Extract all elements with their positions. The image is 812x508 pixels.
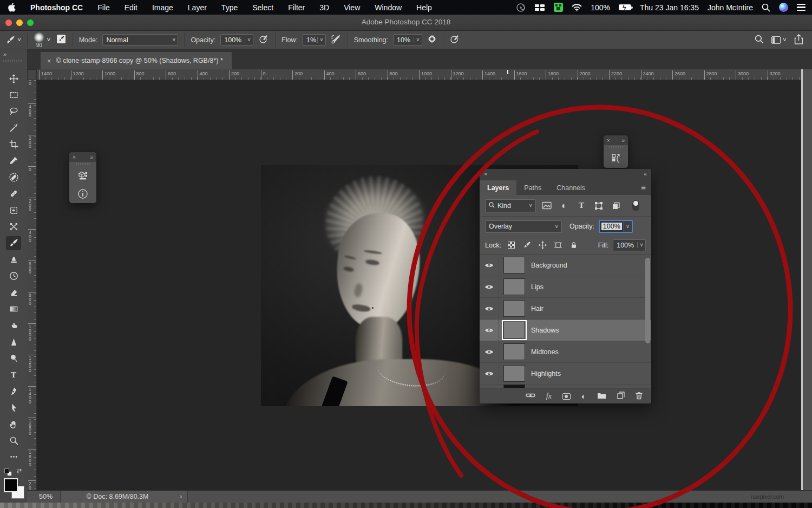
- workspace-switcher[interactable]: ˅: [771, 36, 787, 44]
- hand-tool[interactable]: [6, 417, 21, 431]
- brush-preset-picker[interactable]: 90 ˅: [34, 32, 50, 48]
- document-tab[interactable]: × © clone-stamp-8966 copy @ 50% (Shadows…: [41, 52, 232, 69]
- patch-tool[interactable]: [6, 203, 21, 217]
- menu-item-window[interactable]: Window: [375, 3, 402, 12]
- smudge-tool[interactable]: [6, 318, 21, 333]
- filter-type-layers-icon[interactable]: T: [575, 201, 588, 210]
- lock-image-icon[interactable]: [521, 241, 533, 249]
- move-tool[interactable]: [6, 71, 21, 86]
- green-app-menu-icon[interactable]: [554, 3, 563, 12]
- smoothing-options-gear-button[interactable]: [427, 34, 437, 45]
- zoom-tool[interactable]: [6, 434, 21, 448]
- layer-row[interactable]: Hair: [480, 298, 651, 320]
- layers-panel-collapse-icon[interactable]: «: [644, 171, 647, 177]
- content-aware-move-tool[interactable]: [6, 220, 21, 234]
- type-tool[interactable]: T: [6, 368, 21, 382]
- crop-tool[interactable]: [6, 138, 21, 152]
- layer-thumbnail[interactable]: [503, 343, 525, 360]
- tool-preset-picker[interactable]: ˅: [5, 35, 21, 45]
- visibility-eye-icon[interactable]: [480, 320, 499, 341]
- blend-mode-select[interactable]: Overlay ˅: [485, 220, 562, 233]
- eraser-tool[interactable]: [6, 285, 21, 299]
- layer-thumbnail[interactable]: [503, 278, 525, 295]
- swap-colors-icon[interactable]: ⇄: [17, 467, 22, 474]
- properties-panel-icon[interactable]: [69, 166, 96, 185]
- lock-position-icon[interactable]: [537, 241, 548, 249]
- clone-stamp-tool[interactable]: [6, 252, 21, 266]
- layer-thumbnail[interactable]: [503, 300, 525, 317]
- visibility-eye-icon[interactable]: [480, 341, 499, 362]
- toolbar-collapse-header[interactable]: »: [0, 49, 27, 69]
- lock-artboard-icon[interactable]: [553, 241, 564, 249]
- new-group-icon[interactable]: [597, 392, 606, 401]
- panel-expand-icon[interactable]: »: [621, 138, 625, 144]
- toggle-brush-panel-button[interactable]: [56, 34, 67, 46]
- layer-filter-kind-select[interactable]: Kind ˅: [485, 199, 536, 212]
- menu-item-3d[interactable]: 3D: [319, 3, 329, 12]
- tab-paths[interactable]: Paths: [516, 180, 549, 195]
- sharpen-tool[interactable]: [6, 335, 21, 349]
- wifi-icon[interactable]: [572, 4, 582, 11]
- stack-menu-icon[interactable]: [534, 3, 545, 12]
- battery-icon[interactable]: ϟ: [619, 4, 631, 10]
- visibility-eye-icon[interactable]: [480, 363, 499, 384]
- history-panel-icon[interactable]: [604, 149, 628, 168]
- add-layer-mask-icon[interactable]: [562, 393, 571, 400]
- history-brush-tool[interactable]: [6, 269, 21, 283]
- visibility-eye-icon[interactable]: [480, 298, 499, 319]
- panel-close-icon[interactable]: ×: [73, 154, 76, 160]
- mode-select[interactable]: Normal ˅: [102, 34, 178, 45]
- edit-toolbar-ellipsis[interactable]: [6, 450, 21, 464]
- dodge-tool[interactable]: [6, 351, 21, 366]
- layers-scrollbar-thumb[interactable]: [645, 258, 650, 343]
- layer-thumbnail[interactable]: [503, 365, 525, 382]
- layer-style-fx-icon[interactable]: fx: [546, 392, 552, 401]
- menu-item-edit[interactable]: Edit: [125, 3, 137, 12]
- panel-close-icon[interactable]: ×: [607, 138, 610, 144]
- menu-item-select[interactable]: Select: [252, 3, 273, 12]
- tab-close-icon[interactable]: ×: [47, 57, 51, 65]
- menu-item-filter[interactable]: Filter: [288, 3, 305, 12]
- menu-item-layer[interactable]: Layer: [188, 3, 207, 12]
- layer-row-selected[interactable]: Shadows: [480, 320, 651, 341]
- path-selection-tool[interactable]: [6, 401, 21, 415]
- canvas-pasteboard[interactable]: [37, 80, 801, 490]
- lasso-tool[interactable]: [6, 105, 21, 119]
- visibility-eye-icon[interactable]: [480, 276, 499, 297]
- menu-item-help[interactable]: Help: [416, 3, 432, 12]
- opacity-dropdown-icon[interactable]: ˅: [624, 221, 632, 232]
- delete-layer-trash-icon[interactable]: [636, 392, 643, 401]
- new-layer-icon[interactable]: [617, 392, 625, 401]
- layer-row[interactable]: Background: [480, 255, 651, 276]
- new-adjustment-layer-icon[interactable]: ◐: [581, 392, 586, 401]
- layer-thumbnail[interactable]: [503, 322, 525, 338]
- panel-expand-icon[interactable]: »: [90, 154, 93, 160]
- layer-filter-toggle[interactable]: [632, 200, 639, 211]
- pressure-size-button[interactable]: [449, 34, 460, 46]
- filter-pixel-layers-icon[interactable]: [540, 201, 553, 210]
- apple-menu-icon[interactable]: [8, 3, 16, 12]
- rectangular-marquee-tool[interactable]: [6, 88, 21, 102]
- foreground-color-swatch[interactable]: [4, 478, 18, 492]
- search-icon[interactable]: [755, 35, 764, 45]
- menu-item-type[interactable]: Type: [221, 3, 238, 12]
- default-swap-colors[interactable]: ⇄: [4, 467, 23, 476]
- sonar-menu-icon[interactable]: [516, 3, 526, 12]
- siri-icon[interactable]: [779, 3, 788, 12]
- fill-field[interactable]: 100% ˅: [613, 239, 646, 251]
- layer-row[interactable]: Midtones: [480, 341, 651, 363]
- visibility-eye-icon[interactable]: [480, 255, 499, 276]
- right-scroll-strip[interactable]: [803, 69, 812, 490]
- spotlight-icon[interactable]: [762, 3, 770, 12]
- info-panel-icon[interactable]: [69, 185, 96, 203]
- flow-field[interactable]: 1% ˅: [303, 34, 326, 45]
- tab-layers[interactable]: Layers: [480, 180, 516, 195]
- lock-transparency-icon[interactable]: [506, 242, 517, 249]
- notification-center-icon[interactable]: [797, 4, 806, 11]
- menubar-clock[interactable]: Thu 23 Jan 16:35: [640, 3, 699, 12]
- magic-wand-tool[interactable]: [6, 121, 21, 135]
- status-options-chevron[interactable]: ›: [174, 491, 187, 503]
- brush-tool[interactable]: [6, 236, 21, 250]
- link-layers-icon[interactable]: [526, 392, 535, 400]
- eyedropper-tool[interactable]: [6, 154, 21, 168]
